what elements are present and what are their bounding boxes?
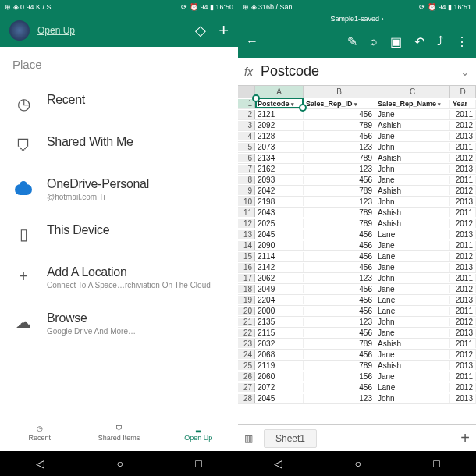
table-row[interactable]: 192204456 Lane2013 xyxy=(238,295,476,306)
recent-icon[interactable]: □ xyxy=(195,457,201,470)
clock-icon: ◷ xyxy=(14,94,33,113)
sheet-tab[interactable]: Sheet1 xyxy=(264,429,317,448)
item-device[interactable]: ▯ This Device xyxy=(0,212,238,254)
table-row[interactable]: 152114456 Lane2012 xyxy=(238,251,476,262)
search-icon[interactable]: ⌕ xyxy=(370,34,378,48)
table-row[interactable]: 262060156 Jane2011 xyxy=(238,371,476,382)
table-row[interactable]: 32092789 Ashish2012 xyxy=(238,120,476,131)
status-bar: ⊕ ◈ 316b / San ⟳ ⏰ 94 ▮ 16:51 xyxy=(238,0,476,14)
item-onedrive[interactable]: OneDrive-Personal@hotmail.com Ti xyxy=(0,166,238,212)
avatar[interactable] xyxy=(9,20,30,41)
undo-icon[interactable]: ↶ xyxy=(414,34,424,49)
share-icon[interactable]: ⤴ xyxy=(437,34,443,48)
chevron-down-icon[interactable]: ⌄ xyxy=(460,66,470,78)
table-row[interactable]: 82093456 Jane2011 xyxy=(238,175,476,186)
table-row[interactable]: 102198123 John2013 xyxy=(238,197,476,208)
table-row[interactable]: 142090456 Jane2011 xyxy=(238,240,476,251)
table-row[interactable]: 162142456 Jane2013 xyxy=(238,262,476,273)
bottom-tabs: ◷Recent ⛉Shared Items ▂Open Up xyxy=(0,414,238,451)
android-navbar: ◁ ○ □ xyxy=(238,451,476,476)
phone-icon: ▯ xyxy=(14,225,33,243)
table-row[interactable]: 202000456 Lane2011 xyxy=(238,306,476,317)
table-row[interactable]: 132045456 Lane2013 xyxy=(238,229,476,240)
table-row[interactable]: 22121456 Jane2011 xyxy=(238,109,476,120)
tab-open[interactable]: ▂Open Up xyxy=(158,414,238,451)
table-row[interactable]: 182049456 Jane2012 xyxy=(238,284,476,295)
item-recent[interactable]: ◷ Recent xyxy=(0,82,238,124)
formula-bar[interactable]: fx Postcode ⌄ xyxy=(238,58,476,86)
col-headers: A B C D xyxy=(238,86,476,98)
folder-icon: ▂ xyxy=(196,424,201,432)
tab-recent[interactable]: ◷Recent xyxy=(0,414,80,451)
places-list: ◷ Recent ⛉ Shared With Me OneDrive-Perso… xyxy=(0,82,238,414)
open-up-link[interactable]: Open Up xyxy=(37,25,75,36)
item-browse[interactable]: ☁ BrowseGoogle Drive And More… xyxy=(0,300,238,346)
more-icon[interactable]: ⋮ xyxy=(456,34,468,49)
fx-value[interactable]: Postcode xyxy=(261,63,453,80)
save-icon[interactable]: ▣ xyxy=(390,34,402,49)
cloud-outline-icon: ☁ xyxy=(14,313,33,332)
app-header: Open Up ◇ + xyxy=(0,14,238,47)
section-label: Place xyxy=(0,47,238,82)
add-sheet-icon[interactable]: + xyxy=(460,429,470,447)
diamond-icon[interactable]: ◇ xyxy=(195,22,206,39)
item-shared[interactable]: ⛉ Shared With Me xyxy=(0,124,238,166)
plus-icon[interactable]: + xyxy=(218,20,229,41)
status-left: ⊕ ◈ 0.94 K / S xyxy=(5,3,52,11)
select-all-corner[interactable] xyxy=(238,86,255,98)
table-row[interactable]: 112043789 Ashish2011 xyxy=(238,208,476,218)
table-row[interactable]: 92042789 Ashish2012 xyxy=(238,186,476,197)
status-left: ⊕ ◈ 316b / San xyxy=(243,3,293,11)
status-bar: ⊕ ◈ 0.94 K / S ⟳ ⏰ 94 ▮ 16:50 xyxy=(0,0,238,14)
header-row[interactable]: 1 Postcode▾ Sales_Rep_ID▾ Sales_Rep_Name… xyxy=(238,98,476,109)
spreadsheet[interactable]: A B C D 1 Postcode▾ Sales_Rep_ID▾ Sales_… xyxy=(238,86,476,424)
table-row[interactable]: 272072456 Lane2012 xyxy=(238,382,476,393)
back-icon[interactable]: ◁ xyxy=(36,457,44,470)
back-icon[interactable]: ◁ xyxy=(274,457,282,470)
fx-label: fx xyxy=(244,66,253,78)
cloud-icon xyxy=(14,179,33,197)
item-add-location[interactable]: + Add A LocationConnect To A Space…rchiv… xyxy=(0,254,238,300)
sheet-picker-icon[interactable]: ▥ xyxy=(244,433,253,444)
pen-icon[interactable]: ✎ xyxy=(347,34,357,49)
table-row[interactable]: 72162123 John2013 xyxy=(238,164,476,175)
table-row[interactable]: 122025789 Ashish2012 xyxy=(238,218,476,229)
table-row[interactable]: 172062123 John2011 xyxy=(238,273,476,284)
toolbar: ← ✎ ⌕ ▣ ↶ ⤴ ⋮ xyxy=(238,25,476,58)
doc-title: Sample1-saved › xyxy=(238,14,476,25)
people-icon: ⛉ xyxy=(115,424,123,432)
table-row[interactable]: 252119789 Ashish2013 xyxy=(238,361,476,371)
home-icon[interactable]: ○ xyxy=(355,457,361,470)
recent-icon[interactable]: □ xyxy=(433,457,439,470)
table-row[interactable]: 42128456 Jane2013 xyxy=(238,131,476,142)
back-arrow-icon[interactable]: ← xyxy=(246,34,258,48)
table-row[interactable]: 222115456 Jane2013 xyxy=(238,328,476,339)
home-icon[interactable]: ○ xyxy=(117,457,123,470)
add-icon: + xyxy=(14,267,33,286)
table-row[interactable]: 232032789 Ashish2011 xyxy=(238,339,476,350)
status-right: ⟳ ⏰ 94 ▮ 16:51 xyxy=(419,3,471,11)
clock-icon: ◷ xyxy=(37,424,43,432)
table-row[interactable]: 62134789 Ashish2012 xyxy=(238,153,476,164)
tab-shared[interactable]: ⛉Shared Items xyxy=(80,414,159,451)
sheet-tabs: ▥ Sheet1 + xyxy=(238,424,476,451)
status-right: ⟳ ⏰ 94 ▮ 16:50 xyxy=(181,3,233,11)
people-icon: ⛉ xyxy=(14,137,33,155)
table-row[interactable]: 242068456 Jane2012 xyxy=(238,350,476,361)
table-row[interactable]: 212135123 John2012 xyxy=(238,317,476,328)
table-row[interactable]: 282045123 John2013 xyxy=(238,393,476,404)
android-navbar: ◁ ○ □ xyxy=(0,451,238,476)
table-row[interactable]: 52073123 John2011 xyxy=(238,142,476,153)
